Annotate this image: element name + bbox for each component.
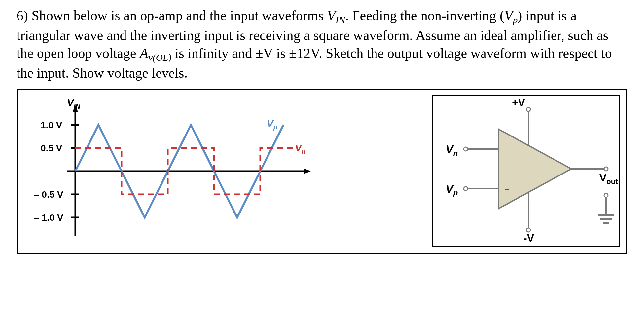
plus-sign: + — [505, 185, 509, 194]
question-text: 6) Shown below is an op-amp and the inpu… — [17, 7, 627, 82]
minus-v-terminal-icon — [526, 228, 530, 232]
y-axis-label: VIN — [67, 97, 81, 110]
vin-symbol: VIN — [327, 8, 345, 23]
vp-label: Vp — [446, 182, 458, 197]
opamp-circuit: Vn – Vp + +V -V Vout — [432, 95, 620, 247]
minus-sign: – — [505, 144, 510, 154]
tick-label-neg1v: – 1.0 V — [34, 213, 63, 223]
vout-terminal-top-icon — [604, 167, 608, 171]
vp-terminal-icon — [464, 187, 468, 191]
vp-legend: Vp — [267, 118, 277, 131]
waveform-graph: VIN 1.0 V 0.5 V – 0.5 V – 1.0 V Vp Vn — [24, 97, 311, 246]
tick-label-1v: 1.0 V — [41, 120, 62, 130]
figure-container: VIN 1.0 V 0.5 V – 0.5 V – 1.0 V Vp Vn Vn… — [17, 89, 627, 254]
opamp-triangle-icon — [499, 129, 571, 209]
question-number: 6) — [17, 8, 28, 23]
tick-label-05v: 0.5 V — [41, 143, 62, 153]
x-axis-arrow-icon — [304, 169, 311, 174]
vp-symbol: Vp — [504, 8, 518, 23]
vn-terminal-icon — [464, 147, 468, 151]
minus-v-label: -V — [523, 232, 534, 244]
vn-label: Vn — [446, 143, 458, 157]
plus-v-terminal-icon — [526, 107, 530, 111]
tick-label-neg05v: – 0.5 V — [34, 189, 63, 200]
vout-terminal-bottom-icon — [604, 193, 608, 197]
vout-label: Vout — [599, 172, 618, 186]
plus-v-label: +V — [512, 97, 525, 108]
avol-symbol: Av(OL) — [140, 46, 171, 61]
vn-legend: Vn — [295, 142, 305, 155]
